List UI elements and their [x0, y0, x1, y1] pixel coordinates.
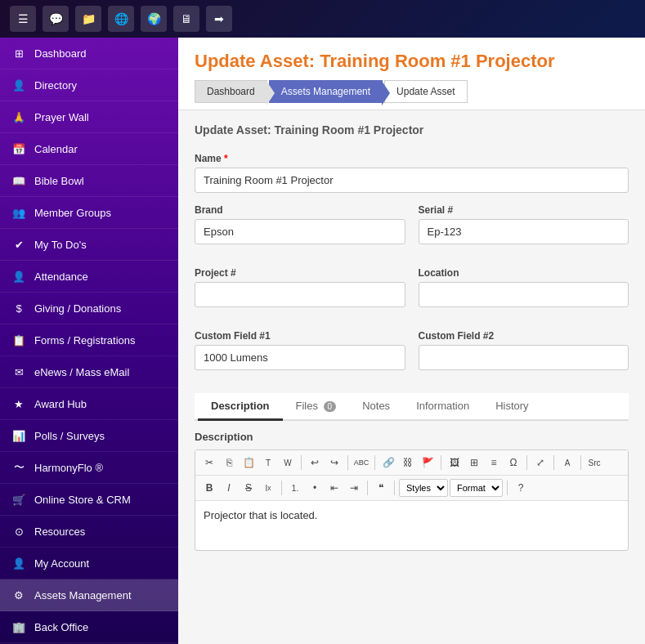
align-button[interactable]: ≡ [485, 454, 503, 472]
award-icon: ★ [11, 396, 26, 411]
sidebar-item-label: Member Groups [34, 207, 111, 219]
breadcrumb-assets-management[interactable]: Assets Management [269, 80, 383, 103]
sidebar-item-online-store[interactable]: 🛒 Online Store & CRM [0, 484, 178, 516]
fullscreen-button[interactable]: ⤢ [531, 454, 549, 472]
italic-button[interactable]: I [220, 479, 238, 497]
sidebar-item-my-account[interactable]: 👤 My Account [0, 548, 178, 579]
sidebar-item-assets-management[interactable]: ⚙ Assets Management [0, 579, 178, 611]
sidebar-item-attendance[interactable]: 👤 Attendance [0, 261, 178, 293]
brand-input[interactable] [195, 219, 405, 244]
custom2-input[interactable] [419, 345, 629, 370]
paste-word-button[interactable]: W [279, 454, 297, 472]
strikethrough-button[interactable]: S [240, 479, 258, 497]
serial-field-group: Serial # [419, 204, 629, 244]
editor-content[interactable]: Projector that is located. [195, 501, 628, 550]
breadcrumb-dashboard[interactable]: Dashboard [195, 80, 267, 103]
sidebar-item-polls-surveys[interactable]: 📊 Polls / Surveys [0, 420, 178, 452]
chat-icon[interactable]: 💬 [43, 6, 69, 32]
sidebar-item-label: Resources [34, 525, 85, 538]
unordered-list-button[interactable]: • [306, 479, 324, 497]
folder-icon[interactable]: 📁 [75, 6, 101, 32]
link-button[interactable]: 🔗 [379, 454, 397, 472]
main-layout: ⊞ Dashboard 👤 Directory 🙏 Prayer Wall 📅 … [0, 38, 645, 644]
calendar-icon: 📅 [11, 141, 26, 156]
tab-description[interactable]: Description [198, 393, 283, 421]
directory-icon: 👤 [11, 78, 26, 92]
flag-button[interactable]: 🚩 [419, 454, 437, 472]
ordered-list-button[interactable]: 1. [286, 479, 304, 497]
location-input[interactable] [419, 282, 629, 307]
undo-button[interactable]: ↩ [306, 454, 324, 472]
spellcheck-button[interactable]: ABC [352, 454, 370, 472]
logout-icon[interactable]: ➡ [206, 6, 232, 32]
attendance-icon: 👤 [11, 269, 26, 284]
font-color-button[interactable]: A [558, 454, 576, 472]
forms-icon: 📋 [11, 333, 26, 347]
bold-button[interactable]: B [200, 479, 218, 497]
member-groups-icon: 👥 [11, 205, 26, 220]
sidebar-item-label: Attendance [34, 271, 88, 283]
special-char-button[interactable]: Ω [504, 454, 522, 472]
paste-text-button[interactable]: T [259, 454, 277, 472]
sidebar-item-calendar[interactable]: 📅 Calendar [0, 133, 178, 165]
sidebar-item-giving-donations[interactable]: $ Giving / Donations [0, 293, 178, 324]
dashboard-icon: ⊞ [11, 46, 26, 60]
blockquote-button[interactable]: ❝ [372, 479, 390, 497]
name-label: Name * [195, 153, 629, 164]
serial-input[interactable] [419, 219, 629, 244]
sidebar-item-label: eNews / Mass eMail [34, 366, 129, 378]
styles-select[interactable]: Styles [399, 479, 448, 497]
sidebar: ⊞ Dashboard 👤 Directory 🙏 Prayer Wall 📅 … [0, 38, 178, 644]
breadcrumb: Dashboard Assets Management Update Asset [195, 80, 629, 103]
help-button[interactable]: ? [512, 479, 530, 497]
required-indicator: * [224, 153, 228, 164]
divider4 [441, 455, 441, 470]
sidebar-item-label: Prayer Wall [34, 111, 89, 123]
sidebar-item-label: Bible Bowl [34, 175, 84, 187]
sidebar-item-my-todos[interactable]: ✔ My To Do's [0, 229, 178, 261]
divider8 [281, 481, 282, 495]
sidebar-item-bible-bowl[interactable]: 📖 Bible Bowl [0, 165, 178, 197]
image-button[interactable]: 🖼 [446, 454, 464, 472]
sidebar-item-back-office[interactable]: 🏢 Back Office [0, 611, 178, 643]
sidebar-item-directory[interactable]: 👤 Directory [0, 69, 178, 101]
menu-icon[interactable]: ☰ [10, 6, 36, 32]
indent-button[interactable]: ⇥ [345, 479, 363, 497]
redo-button[interactable]: ↪ [325, 454, 343, 472]
tab-notes[interactable]: Notes [349, 393, 403, 421]
earth-icon[interactable]: 🌍 [141, 6, 167, 32]
sidebar-item-award-hub[interactable]: ★ Award Hub [0, 388, 178, 420]
sidebar-item-forms-registrations[interactable]: 📋 Forms / Registrations [0, 324, 178, 356]
sidebar-item-member-groups[interactable]: 👥 Member Groups [0, 197, 178, 229]
sidebar-item-label: My To Do's [34, 239, 87, 251]
paste-button[interactable]: 📋 [240, 454, 258, 472]
copy-button[interactable]: ⎘ [220, 454, 238, 472]
tab-files[interactable]: Files 0 [283, 393, 350, 421]
sidebar-item-harmonyflo[interactable]: 〜 HarmonyFlo ® [0, 452, 178, 484]
remove-format-button[interactable]: Ix [259, 479, 277, 497]
tab-information[interactable]: Information [403, 393, 482, 421]
format-select[interactable]: Format [450, 479, 503, 497]
cut-button[interactable]: ✂ [200, 454, 218, 472]
table-button[interactable]: ⊞ [465, 454, 483, 472]
name-input[interactable] [195, 168, 629, 193]
tab-history[interactable]: History [482, 393, 541, 421]
custom1-input[interactable] [195, 345, 405, 370]
custom2-field-group: Custom Field #2 [419, 330, 629, 370]
sidebar-item-enews[interactable]: ✉ eNews / Mass eMail [0, 356, 178, 388]
monitor-icon[interactable]: 🖥 [173, 6, 199, 32]
sidebar-item-label: Giving / Donations [34, 302, 121, 315]
sidebar-item-label: Back Office [34, 621, 88, 633]
sidebar-item-resources[interactable]: ⊙ Resources [0, 516, 178, 548]
sidebar-item-label: Calendar [34, 143, 78, 155]
project-label: Project # [195, 267, 405, 279]
outdent-button[interactable]: ⇤ [325, 479, 343, 497]
sidebar-item-label: HarmonyFlo ® [34, 462, 103, 474]
unlink-button[interactable]: ⛓ [399, 454, 417, 472]
project-input[interactable] [195, 282, 405, 307]
globe-icon[interactable]: 🌐 [108, 6, 134, 32]
source-button[interactable]: Src [585, 454, 603, 472]
sidebar-item-dashboard[interactable]: ⊞ Dashboard [0, 38, 178, 69]
sidebar-item-prayer-wall[interactable]: 🙏 Prayer Wall [0, 101, 178, 133]
page-header: Update Asset: Training Room #1 Projector… [178, 38, 645, 110]
